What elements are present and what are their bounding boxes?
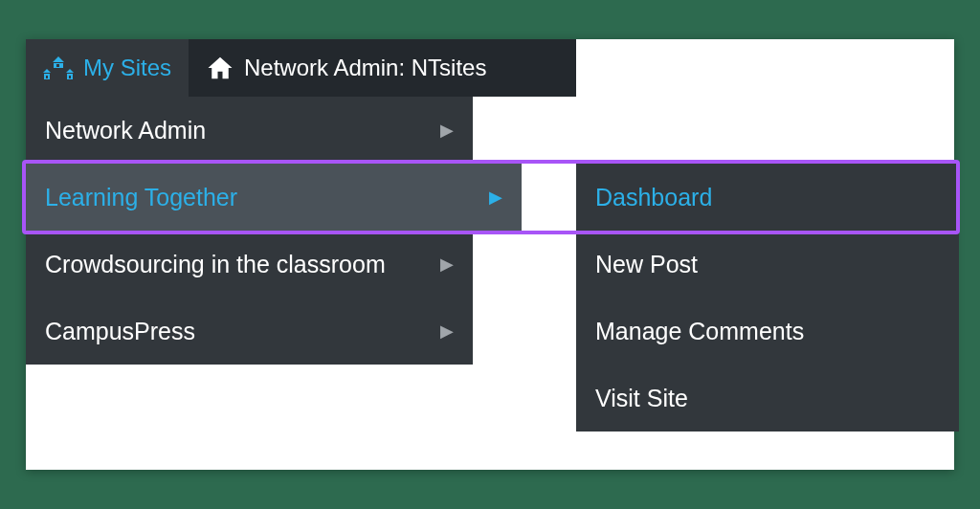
my-sites-label: My Sites [83, 55, 171, 81]
spacer [473, 97, 522, 164]
menu-wrapper: Network Admin ▶ Learning Together ▶ Crow… [26, 97, 954, 365]
menu-item-label: Network Admin [45, 117, 206, 144]
spacer [473, 231, 522, 298]
menu-item-campuspress[interactable]: CampusPress ▶ [26, 298, 473, 365]
menu-item-label: Learning Together [45, 184, 237, 211]
submenu: Dashboard New Post Manage Comments Visit… [576, 164, 959, 432]
menu-item-learning-together[interactable]: Learning Together ▶ [26, 164, 522, 231]
app-container: My Sites Network Admin: NTsites Network … [26, 39, 954, 470]
menu-item-label: CampusPress [45, 318, 195, 345]
chevron-right-icon: ▶ [440, 321, 454, 342]
sites-menu: Network Admin ▶ Learning Together ▶ Crow… [26, 97, 522, 365]
submenu-item-manage-comments[interactable]: Manage Comments [576, 298, 959, 365]
submenu-item-new-post[interactable]: New Post [576, 231, 959, 298]
submenu-item-dashboard[interactable]: Dashboard [576, 164, 959, 231]
network-admin-top-label: Network Admin: NTsites [244, 55, 486, 81]
submenu-item-label: Manage Comments [595, 318, 804, 345]
svg-rect-0 [46, 76, 48, 78]
menu-item-crowdsourcing[interactable]: Crowdsourcing in the classroom ▶ [26, 231, 473, 298]
menu-item-network-admin[interactable]: Network Admin ▶ [26, 97, 473, 164]
chevron-right-icon: ▶ [440, 254, 454, 275]
submenu-item-label: Dashboard [595, 184, 712, 211]
svg-rect-2 [56, 64, 59, 67]
submenu-item-visit-site[interactable]: Visit Site [576, 365, 959, 432]
my-sites-menu[interactable]: My Sites [26, 39, 189, 97]
menu-item-label: Crowdsourcing in the classroom [45, 251, 386, 278]
network-admin-top[interactable]: Network Admin: NTsites [189, 39, 503, 97]
svg-rect-1 [69, 76, 71, 78]
sites-icon [43, 55, 74, 81]
submenu-item-label: New Post [595, 251, 698, 278]
top-bar: My Sites Network Admin: NTsites [26, 39, 576, 97]
spacer [473, 298, 522, 365]
chevron-right-icon: ▶ [440, 120, 454, 141]
submenu-item-label: Visit Site [595, 385, 688, 412]
home-icon [206, 54, 234, 82]
chevron-right-icon: ▶ [489, 187, 502, 208]
